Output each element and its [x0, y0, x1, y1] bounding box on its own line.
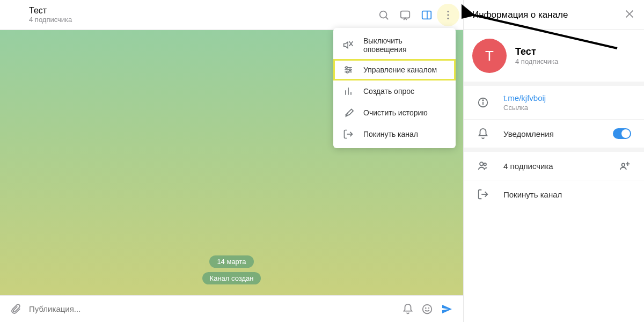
header-actions — [377, 9, 455, 21]
info-icon — [477, 96, 489, 109]
svg-point-8 — [423, 304, 432, 313]
emoji-icon[interactable] — [421, 303, 433, 315]
info-panel: Информация о канале T Тест 4 подписчика … — [464, 0, 644, 322]
mute-icon — [343, 40, 354, 50]
menu-mute-label: Выключить оповещения — [363, 36, 446, 54]
svg-point-16 — [346, 67, 347, 68]
exit-icon — [477, 188, 489, 201]
svg-point-10 — [428, 308, 429, 308]
menu-manage[interactable]: Управление каналом — [333, 59, 456, 80]
sidebar-toggle-button[interactable] — [420, 9, 433, 21]
svg-point-6 — [447, 14, 449, 16]
menu-leave[interactable]: Покинуть канал — [333, 123, 456, 145]
menu-poll[interactable]: Создать опрос — [333, 80, 456, 102]
notification-icon[interactable] — [402, 303, 414, 315]
info-title: Информация о канале — [472, 10, 624, 20]
close-icon — [624, 8, 635, 20]
members-label: 4 подписчика — [503, 162, 605, 171]
more-icon — [442, 9, 454, 21]
svg-point-0 — [380, 11, 387, 18]
menu-leave-label: Покинуть канал — [363, 130, 418, 138]
svg-rect-2 — [401, 11, 410, 18]
chat-main-area: Тест 4 подписчика 14 марта Канал создан — [0, 0, 464, 322]
svg-point-9 — [426, 308, 426, 308]
menu-clear[interactable]: Очистить историю — [333, 102, 456, 123]
profile-section[interactable]: T Тест 4 подписчика — [464, 30, 644, 82]
svg-line-1 — [386, 17, 388, 19]
search-icon — [378, 9, 390, 21]
manage-icon — [343, 64, 354, 75]
link-label: Ссылка — [503, 104, 631, 112]
leave-icon — [343, 129, 354, 140]
notifications-item[interactable]: Уведомления — [464, 119, 644, 148]
svg-point-33 — [622, 163, 625, 166]
svg-point-5 — [447, 10, 449, 12]
send-button[interactable] — [441, 303, 453, 316]
leave-label: Покинуть канал — [503, 190, 631, 199]
bell-icon — [477, 127, 489, 140]
menu-mute[interactable]: Выключить оповещения — [333, 31, 456, 59]
menu-manage-label: Управление каналом — [363, 65, 437, 74]
more-dropdown: Выключить оповещения Управление каналом … — [333, 28, 456, 148]
system-message: Канал создан — [202, 272, 261, 284]
info-link-item[interactable]: t.me/kjfvboij Ссылка — [464, 82, 644, 119]
comments-icon — [399, 9, 411, 21]
chat-header: Тест 4 подписчика — [0, 0, 463, 30]
header-info[interactable]: Тест 4 подписчика — [29, 6, 377, 24]
channel-link: t.me/kjfvboij — [503, 93, 631, 103]
close-button[interactable] — [624, 8, 635, 22]
comments-button[interactable] — [399, 9, 412, 21]
compose-input[interactable] — [29, 304, 394, 313]
attach-icon[interactable] — [10, 303, 21, 315]
svg-point-30 — [484, 163, 486, 166]
menu-poll-label: Создать опрос — [363, 87, 414, 96]
leave-item[interactable]: Покинуть канал — [464, 180, 644, 208]
compose-bar — [0, 295, 463, 322]
members-item[interactable]: 4 подписчика — [464, 148, 644, 180]
profile-sub: 4 подписчика — [515, 57, 558, 65]
poll-icon — [343, 86, 354, 97]
search-button[interactable] — [377, 9, 390, 21]
menu-clear-label: Очистить историю — [363, 108, 428, 117]
profile-name: Тест — [515, 46, 558, 57]
chat-title: Тест — [29, 6, 377, 16]
more-button[interactable] — [442, 9, 455, 21]
add-user-icon[interactable] — [619, 160, 631, 172]
sidebar-icon — [421, 9, 433, 21]
info-header: Информация о канале — [464, 0, 644, 30]
clear-icon — [343, 107, 354, 118]
date-badge: 14 марта — [209, 255, 253, 268]
svg-point-18 — [347, 71, 348, 73]
svg-point-17 — [349, 69, 351, 70]
svg-point-28 — [482, 100, 483, 100]
svg-point-7 — [447, 17, 449, 19]
notifications-toggle[interactable] — [613, 128, 631, 139]
notifications-label: Уведомления — [503, 129, 599, 138]
chat-subtitle: 4 подписчика — [29, 16, 377, 24]
profile-text: Тест 4 подписчика — [515, 46, 558, 65]
svg-point-29 — [480, 162, 483, 165]
avatar: T — [472, 39, 507, 73]
members-icon — [477, 159, 489, 172]
